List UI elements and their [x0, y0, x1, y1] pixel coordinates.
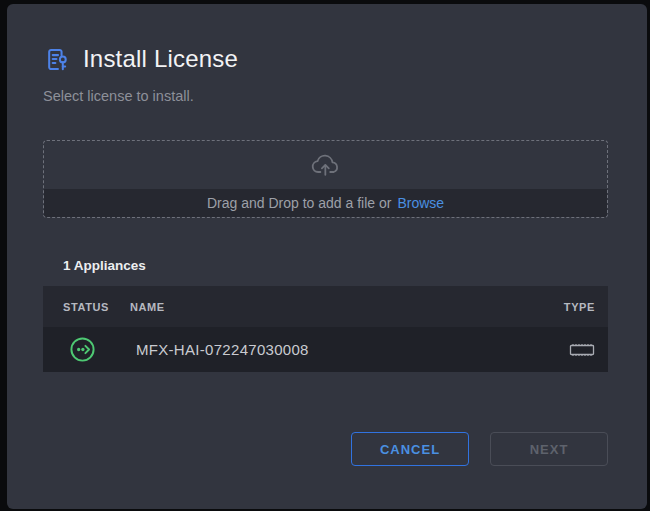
install-license-dialog: Install License Select license to instal… — [7, 4, 647, 509]
table-header: STATUS NAME TYPE — [43, 286, 608, 327]
dropzone-prompt: Drag and Drop to add a file or — [207, 195, 391, 211]
dialog-actions: CANCEL NEXT — [351, 432, 608, 466]
column-header-status: STATUS — [43, 301, 130, 313]
cloud-upload-icon — [309, 151, 343, 179]
table-row[interactable]: MFX-HAI-072247030008 — [43, 327, 608, 372]
next-button[interactable]: NEXT — [490, 432, 608, 466]
dialog-header: Install License — [43, 45, 608, 73]
cancel-button[interactable]: CANCEL — [351, 432, 469, 466]
license-key-icon — [43, 46, 70, 73]
appliance-name: MFX-HAI-072247030008 — [136, 341, 569, 358]
column-header-type: TYPE — [564, 301, 608, 313]
status-cell — [43, 336, 136, 363]
browse-link[interactable]: Browse — [397, 195, 444, 211]
dialog-title: Install License — [83, 45, 238, 73]
appliances-count-label: 1 Appliances — [63, 258, 608, 273]
dialog-subtitle: Select license to install. — [43, 88, 608, 104]
status-connected-icon — [69, 336, 96, 363]
appliances-table: STATUS NAME TYPE MFX-HAI-072247030008 — [43, 286, 608, 372]
type-cell — [569, 343, 608, 357]
dropzone-caption: Drag and Drop to add a file or Browse — [44, 189, 607, 217]
column-header-name: NAME — [130, 301, 564, 313]
appliance-chip-icon — [569, 343, 595, 357]
dropzone-upload-area[interactable] — [44, 141, 607, 189]
file-dropzone[interactable]: Drag and Drop to add a file or Browse — [43, 140, 608, 218]
